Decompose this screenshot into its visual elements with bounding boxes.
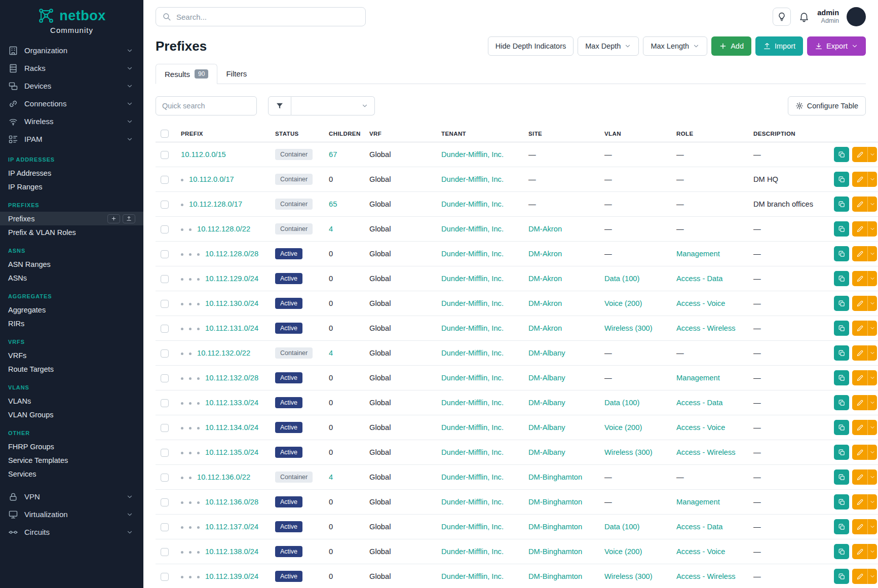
column-header-tenant[interactable]: TENANT xyxy=(436,126,523,142)
clone-button[interactable] xyxy=(834,296,849,311)
edit-button[interactable] xyxy=(852,370,867,385)
tenant-link[interactable]: Dunder-Mifflin, Inc. xyxy=(441,423,504,432)
column-header-site[interactable]: SITE xyxy=(523,126,599,142)
tenant-link[interactable]: Dunder-Mifflin, Inc. xyxy=(441,374,504,382)
notifications-button[interactable] xyxy=(798,11,810,22)
clone-button[interactable] xyxy=(834,172,849,187)
edit-dropdown-button[interactable] xyxy=(867,246,877,261)
row-checkbox[interactable] xyxy=(161,225,169,233)
import-button[interactable]: Import xyxy=(755,36,803,56)
tenant-link[interactable]: Dunder-Mifflin, Inc. xyxy=(441,399,504,407)
prefix-link[interactable]: 10.112.128.0/17 xyxy=(189,200,242,208)
edit-button[interactable] xyxy=(852,445,867,460)
children-link[interactable]: 4 xyxy=(329,349,333,357)
site-link[interactable]: DM-Albany xyxy=(528,374,565,382)
children-link[interactable]: 4 xyxy=(329,225,333,233)
edit-button[interactable] xyxy=(852,494,867,509)
tenant-link[interactable]: Dunder-Mifflin, Inc. xyxy=(441,473,504,481)
edit-dropdown-button[interactable] xyxy=(867,494,877,509)
edit-dropdown-button[interactable] xyxy=(867,469,877,485)
vlan-link[interactable]: Wireless (300) xyxy=(604,572,653,580)
site-link[interactable]: DM-Binghamton xyxy=(528,498,582,506)
prefix-link[interactable]: 10.112.136.0/22 xyxy=(197,473,250,481)
search-input[interactable] xyxy=(176,13,359,21)
tenant-link[interactable]: Dunder-Mifflin, Inc. xyxy=(441,225,504,233)
edit-dropdown-button[interactable] xyxy=(867,172,877,187)
sidebar-item-prefixes[interactable]: Prefixes xyxy=(0,212,143,225)
row-checkbox[interactable] xyxy=(161,523,169,531)
vlan-link[interactable]: Voice (200) xyxy=(604,423,642,432)
sidebar-item-racks[interactable]: Racks xyxy=(0,59,143,77)
tenant-link[interactable]: Dunder-Mifflin, Inc. xyxy=(441,200,504,208)
edit-dropdown-button[interactable] xyxy=(867,370,877,385)
vlan-link[interactable]: Voice (200) xyxy=(604,547,642,556)
sidebar-item-route-targets[interactable]: Route Targets xyxy=(0,362,143,376)
edit-button[interactable] xyxy=(852,271,867,286)
edit-dropdown-button[interactable] xyxy=(867,271,877,286)
role-link[interactable]: Access - Voice xyxy=(676,299,725,307)
edit-button[interactable] xyxy=(852,469,867,485)
edit-dropdown-button[interactable] xyxy=(867,519,877,534)
edit-button[interactable] xyxy=(852,395,867,410)
sidebar-item-asn-ranges[interactable]: ASN Ranges xyxy=(0,257,143,271)
clone-button[interactable] xyxy=(834,494,849,509)
edit-dropdown-button[interactable] xyxy=(867,221,877,237)
sidebar-item-vlans[interactable]: VLANs xyxy=(0,394,143,408)
user-avatar[interactable] xyxy=(847,7,866,26)
column-header-prefix[interactable]: PREFIX xyxy=(176,126,270,142)
sidebar-item-services[interactable]: Services xyxy=(0,467,143,481)
row-checkbox[interactable] xyxy=(161,424,169,432)
vlan-link[interactable]: Data (100) xyxy=(604,275,639,283)
edit-dropdown-button[interactable] xyxy=(867,569,877,584)
vlan-link[interactable]: Voice (200) xyxy=(604,299,642,307)
role-link[interactable]: Access - Data xyxy=(676,399,722,407)
children-link[interactable]: 67 xyxy=(329,150,337,159)
edit-button[interactable] xyxy=(852,544,867,559)
sidebar-item-prefix-vlan-roles[interactable]: Prefix & VLAN Roles xyxy=(0,225,143,239)
role-link[interactable]: Access - Wireless xyxy=(676,324,736,332)
role-link[interactable]: Management xyxy=(676,250,720,258)
filter-button[interactable] xyxy=(268,96,291,115)
tenant-link[interactable]: Dunder-Mifflin, Inc. xyxy=(441,324,504,332)
site-link[interactable]: DM-Albany xyxy=(528,448,565,456)
sidebar-item-circuits[interactable]: Circuits xyxy=(0,523,143,541)
edit-dropdown-button[interactable] xyxy=(867,197,877,212)
clone-button[interactable] xyxy=(834,221,849,237)
clone-button[interactable] xyxy=(834,370,849,385)
prefix-link[interactable]: 10.112.131.0/24 xyxy=(205,324,258,332)
site-link[interactable]: DM-Akron xyxy=(528,299,562,307)
quick-add-button[interactable] xyxy=(107,214,120,223)
sidebar-item-ipam[interactable]: IPAM xyxy=(0,130,143,148)
sidebar-item-connections[interactable]: Connections xyxy=(0,95,143,112)
tab-results[interactable]: Results 90 xyxy=(156,64,217,84)
row-checkbox[interactable] xyxy=(161,201,169,209)
prefix-link[interactable]: 10.112.138.0/24 xyxy=(205,547,258,556)
row-checkbox[interactable] xyxy=(161,548,169,556)
tenant-link[interactable]: Dunder-Mifflin, Inc. xyxy=(441,349,504,357)
max-length-dropdown[interactable]: Max Length xyxy=(643,36,707,56)
theme-toggle-button[interactable] xyxy=(773,8,791,26)
site-link[interactable]: DM-Akron xyxy=(528,225,562,233)
sidebar-item-aggregates[interactable]: Aggregates xyxy=(0,303,143,317)
vlan-link[interactable]: Wireless (300) xyxy=(604,324,653,332)
select-all-checkbox[interactable] xyxy=(161,130,169,138)
row-checkbox[interactable] xyxy=(161,474,169,482)
prefix-link[interactable]: 10.112.128.0/22 xyxy=(197,225,250,233)
tenant-link[interactable]: Dunder-Mifflin, Inc. xyxy=(441,523,504,531)
row-checkbox[interactable] xyxy=(161,325,169,333)
vlan-link[interactable]: Data (100) xyxy=(604,523,639,531)
row-checkbox[interactable] xyxy=(161,573,169,581)
site-link[interactable]: DM-Binghamton xyxy=(528,523,582,531)
sidebar-item-virtualization[interactable]: Virtualization xyxy=(0,505,143,523)
edit-button[interactable] xyxy=(852,197,867,212)
prefix-link[interactable]: 10.112.132.0/28 xyxy=(205,374,258,382)
sidebar-item-vlan-groups[interactable]: VLAN Groups xyxy=(0,408,143,421)
edit-dropdown-button[interactable] xyxy=(867,420,877,435)
row-checkbox[interactable] xyxy=(161,250,169,258)
column-header-vrf[interactable]: VRF xyxy=(364,126,436,142)
sidebar-item-ip-ranges[interactable]: IP Ranges xyxy=(0,180,143,193)
role-link[interactable]: Access - Voice xyxy=(676,547,725,556)
edit-button[interactable] xyxy=(852,420,867,435)
sidebar-item-organization[interactable]: Organization xyxy=(0,42,143,59)
row-checkbox[interactable] xyxy=(161,399,169,407)
